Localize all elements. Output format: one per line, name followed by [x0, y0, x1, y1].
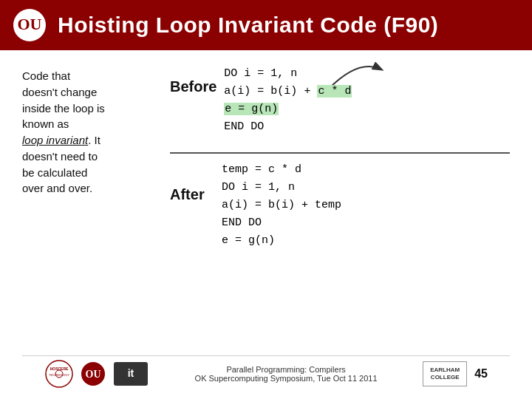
before-section: Before DO i = 1, n a(i) = b(i) + c: [170, 65, 510, 136]
svg-text:OU: OU: [86, 369, 101, 380]
left-panel: Code that doesn't change inside the loop…: [22, 65, 170, 355]
main-content: Code that doesn't change inside the loop…: [0, 50, 532, 399]
svg-text:it: it: [128, 367, 134, 379]
left-line6: doesn't need to: [22, 150, 98, 163]
before-code: DO i = 1, n a(i) = b(i) + c * d e = g(n)…: [224, 65, 352, 136]
ou-small-logo: OU: [80, 361, 106, 387]
after-label: After: [170, 161, 214, 203]
scecr-logo: HOSCERE TECHNOLOGY: [44, 359, 74, 389]
after-line4: END DO: [222, 214, 341, 232]
before-line1: DO i = 1, n: [224, 65, 352, 83]
footer-page-number: 45: [474, 367, 488, 381]
after-line1: temp = c * d: [222, 161, 341, 179]
before-wrapper: DO i = 1, n a(i) = b(i) + c * d e = g(n)…: [224, 65, 352, 136]
svg-text:TECHNOLOGY: TECHNOLOGY: [49, 373, 69, 377]
footer-line2: OK Supercomputing Symposium, Tue Oct 11 …: [149, 374, 423, 383]
section-divider: [170, 152, 510, 154]
footer-right: EARLHAMCOLLEGE 45: [423, 361, 488, 386]
page-title: Hoisting Loop Invariant Code (F90): [58, 13, 438, 38]
before-label: Before: [170, 65, 216, 95]
before-line4: END DO: [224, 118, 352, 136]
footer-line1: Parallel Programming: Compilers: [149, 365, 423, 374]
footer-text: Parallel Programming: Compilers OK Super…: [149, 365, 423, 383]
highlight-gn: e = g(n): [224, 103, 279, 115]
footer: HOSCERE TECHNOLOGY OU it Parallel Progra…: [22, 355, 510, 392]
header: OU Hoisting Loop Invariant Code (F90): [0, 0, 532, 50]
ou-logo: OU: [12, 7, 47, 43]
left-line4: known as: [22, 117, 69, 130]
left-line8: over and over.: [22, 182, 92, 194]
left-line5-suffix: . It: [88, 134, 100, 146]
right-panel: Before DO i = 1, n a(i) = b(i) + c: [170, 65, 510, 355]
after-line3: a(i) = b(i) + temp: [222, 197, 341, 214]
after-section: After temp = c * d DO i = 1, n a(i) = b(…: [170, 161, 510, 250]
content-area: Code that doesn't change inside the loop…: [22, 65, 510, 355]
left-line7: be calculated: [22, 166, 87, 179]
earlham-badge: EARLHAMCOLLEGE: [423, 361, 467, 386]
after-line2: DO i = 1, n: [222, 179, 341, 197]
left-line1: Code that: [22, 69, 70, 82]
after-code: temp = c * d DO i = 1, n a(i) = b(i) + t…: [222, 161, 341, 250]
svg-text:OU: OU: [18, 15, 42, 33]
footer-logos: HOSCERE TECHNOLOGY OU it: [44, 359, 149, 389]
after-line5: e = g(n): [222, 232, 341, 250]
before-line3: e = g(n): [224, 100, 352, 118]
highlight-cd: c * d: [317, 85, 352, 98]
left-line2: doesn't change: [22, 86, 97, 98]
it-logo: it: [112, 361, 149, 387]
before-line2: a(i) = b(i) + c * d: [224, 83, 352, 100]
loop-invariant-link[interactable]: loop invariant: [22, 134, 88, 146]
left-line3: inside the loop is: [22, 102, 105, 115]
